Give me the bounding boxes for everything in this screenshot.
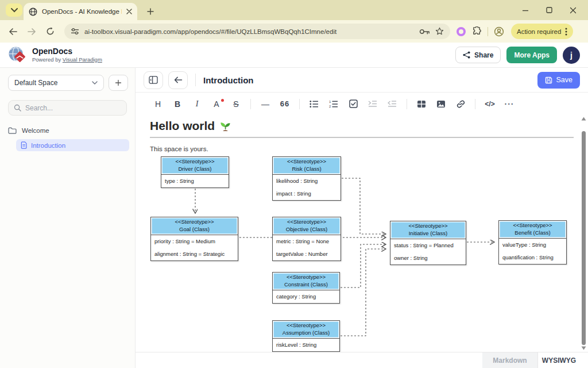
plus-icon — [147, 8, 154, 15]
class-driver[interactable]: <<Stereotype>>Driver (Class) type : Stri… — [161, 156, 229, 188]
search-input[interactable]: Search... — [8, 100, 127, 116]
bullet-list-icon — [310, 100, 319, 108]
class-initiative[interactable]: <<Stereotype>>Initiative (Class) status … — [390, 221, 466, 265]
doc-heading: Hello world — [150, 119, 588, 133]
heading-button[interactable]: H — [153, 99, 163, 109]
reload-button[interactable] — [44, 27, 56, 36]
extension-ring-icon[interactable] — [456, 26, 466, 37]
more-apps-button[interactable]: More Apps — [506, 47, 557, 63]
class-attribute: alignment : String = Strategic — [151, 248, 238, 260]
kebab-menu-icon[interactable] — [565, 28, 567, 36]
back-button[interactable] — [7, 28, 20, 36]
scrollbar-thumb[interactable] — [582, 131, 586, 345]
powered-by-prefix: Powered by — [32, 56, 63, 63]
toolbar-divider — [250, 99, 251, 109]
site-settings-icon[interactable] — [71, 28, 79, 35]
folder-label: Welcome — [22, 127, 49, 134]
back-arrow-icon — [9, 28, 18, 36]
sidebar-item-welcome[interactable]: Welcome — [0, 124, 135, 137]
close-icon[interactable] — [570, 7, 577, 14]
svg-text:2: 2 — [329, 105, 331, 108]
bullet-list-button[interactable] — [309, 100, 319, 108]
class-objective[interactable]: <<Stereotype>>Objective (Class) metric :… — [272, 217, 341, 261]
class-driver-header: <<Stereotype>>Driver (Class) — [161, 157, 229, 175]
insert-table-button[interactable] — [416, 100, 427, 108]
forward-button[interactable] — [25, 28, 38, 36]
horizontal-rule-button[interactable]: — — [260, 99, 270, 109]
profile-icon[interactable] — [494, 26, 504, 37]
save-floppy-icon — [545, 76, 552, 84]
class-attribute: impact : String — [273, 187, 341, 200]
tab-favicon-globe-icon — [29, 7, 37, 16]
scroll-down-icon[interactable] — [581, 346, 586, 350]
tab-search-button[interactable] — [6, 3, 22, 17]
class-goal[interactable]: <<Stereotype>>Goal (Class) priority : St… — [150, 217, 238, 261]
class-attribute: owner : String — [390, 252, 466, 264]
opendocs-logo-icon — [8, 46, 27, 64]
add-space-button[interactable] — [109, 75, 128, 91]
share-button[interactable]: Share — [455, 47, 501, 63]
more-tools-button[interactable]: ··· — [504, 99, 514, 109]
wysiwyg-mode-tab[interactable]: WYSIWYG — [537, 352, 580, 368]
markdown-mode-tab[interactable]: Markdown — [482, 352, 537, 368]
blockquote-button[interactable]: 66 — [280, 99, 290, 108]
chevron-down-icon — [92, 81, 98, 85]
chevron-down-icon — [11, 8, 18, 13]
indent-button[interactable] — [368, 100, 378, 108]
outdent-button[interactable] — [387, 100, 397, 108]
insert-link-button[interactable] — [455, 100, 466, 108]
tab-close-icon[interactable] — [126, 9, 132, 14]
password-key-icon[interactable] — [419, 28, 430, 35]
class-risk[interactable]: <<Stereotype>>Risk (Class) likelihood : … — [272, 156, 341, 201]
app-name: OpenDocs — [32, 47, 102, 56]
browser-tab[interactable]: OpenDocs - AI Knowledge Base — [24, 3, 137, 20]
table-icon — [417, 100, 426, 108]
class-assumption-header: <<Stereotype>>Assumption (Class) — [273, 321, 339, 339]
space-selector-value: Default Space — [14, 79, 57, 87]
bookmark-star-icon[interactable] — [435, 27, 444, 36]
folder-icon — [8, 127, 17, 134]
class-initiative-header: <<Stereotype>>Initiative (Class) — [390, 221, 466, 239]
ordered-list-button[interactable]: 12 — [328, 100, 339, 108]
bold-button[interactable]: B — [172, 99, 183, 109]
strikethrough-button[interactable]: S — [231, 99, 241, 109]
minimize-icon[interactable] — [522, 7, 529, 14]
address-bar[interactable]: ai-toolbox.visual-paradigm.com/app/opend… — [64, 24, 450, 39]
back-button-editor[interactable] — [168, 71, 188, 89]
task-list-button[interactable] — [348, 99, 358, 108]
editor-footer: Markdown WYSIWYG — [136, 352, 588, 368]
toolbar-divider — [475, 99, 475, 109]
save-button[interactable]: Save — [537, 72, 581, 89]
class-attribute: type : String — [161, 175, 229, 187]
sidebar: Default Space Search... Welcome Introduc… — [0, 68, 136, 368]
extensions-puzzle-icon[interactable] — [472, 26, 482, 36]
header-divider — [195, 74, 196, 86]
collapse-sidebar-button[interactable] — [144, 71, 163, 89]
code-block-button[interactable]: </> — [485, 100, 495, 108]
window-controls — [522, 0, 588, 20]
class-benefit[interactable]: <<Stereotype>>Benefit (Class) valueType … — [498, 220, 567, 264]
back-arrow-icon — [174, 76, 183, 83]
sidebar-item-introduction[interactable]: Introduction — [16, 139, 129, 151]
browser-tab-strip: OpenDocs - AI Knowledge Base — [0, 0, 588, 20]
class-constraint-header: <<Stereotype>>Constraint (Class) — [273, 273, 339, 290]
new-tab-button[interactable] — [144, 5, 157, 18]
app-header: OpenDocs Powered by Visual Paradigm Shar… — [0, 43, 588, 68]
insert-image-button[interactable] — [436, 100, 446, 108]
space-selector[interactable]: Default Space — [8, 75, 104, 91]
vertical-scrollbar[interactable] — [580, 115, 587, 352]
class-constraint[interactable]: <<Stereotype>>Constraint (Class) categor… — [272, 272, 340, 304]
avatar-initial: j — [570, 51, 572, 60]
toolbar-divider — [407, 99, 407, 109]
class-assumption[interactable]: <<Stereotype>>Assumption (Class) riskLev… — [272, 320, 340, 352]
visual-paradigm-link[interactable]: Visual Paradigm — [63, 56, 102, 63]
scroll-up-icon[interactable] — [581, 117, 586, 121]
font-color-button[interactable]: A — [211, 99, 222, 109]
user-avatar[interactable]: j — [563, 47, 580, 64]
action-required-chip[interactable]: Action required — [511, 24, 573, 39]
document-area[interactable]: Hello world This space is yours. — [136, 115, 588, 352]
maximize-icon[interactable] — [546, 7, 552, 13]
page-label: Introduction — [31, 142, 65, 149]
italic-button[interactable]: I — [192, 99, 202, 109]
image-icon — [436, 100, 446, 108]
